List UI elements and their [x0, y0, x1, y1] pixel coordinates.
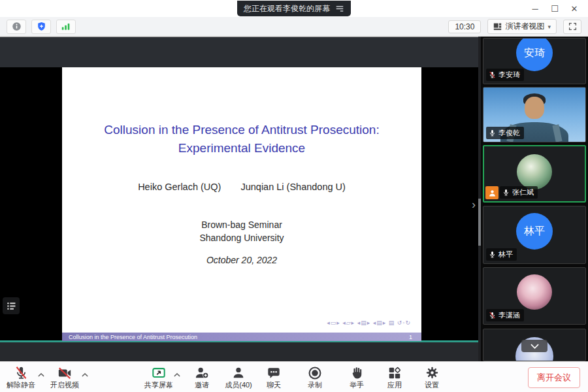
mic-muted-icon [489, 71, 496, 78]
camera-off-icon [46, 365, 83, 380]
viewing-screen-banner[interactable]: 您正在观看李俊乾的屏幕 [237, 1, 351, 16]
fullscreen-icon [568, 22, 577, 31]
meeting-topbar: 10:30 演讲者视图 ▾ [0, 17, 588, 37]
slide-seminar-line2: Shandong University [62, 231, 421, 244]
participants-panel: 安琦 李安琦 [481, 37, 588, 361]
invite-label: 邀请 [184, 380, 220, 390]
mic-on-icon [489, 129, 496, 137]
presentation-slide: Collusion in the Presence of Antitrust P… [62, 67, 421, 341]
record-circle-icon [297, 365, 333, 380]
avatar: 安琦 [516, 38, 553, 71]
collapse-panel-chevron[interactable]: › [472, 199, 476, 210]
meeting-window: 您正在观看李俊乾的屏幕 ─ ☐ ✕ [0, 0, 588, 392]
person-icon [488, 189, 497, 197]
participant-name-tag: 张仁斌 [500, 186, 538, 199]
participant-tile-lianqi[interactable]: 安琦 李安琦 [483, 38, 586, 84]
host-badge [485, 186, 498, 199]
chat-label: 聊天 [255, 380, 292, 390]
share-options-chevron[interactable] [174, 373, 180, 377]
list-icon [6, 301, 17, 312]
video-options-chevron[interactable] [82, 373, 88, 377]
topbar-right-controls: 10:30 演讲者视图 ▾ [448, 19, 581, 34]
raise-hand-label: 举手 [338, 380, 375, 390]
close-icon[interactable]: ✕ [564, 0, 584, 17]
avatar-photo [517, 274, 552, 310]
slide-seminar-block: Brown-bag Seminar Shandong University [62, 218, 421, 244]
members-person-icon [220, 365, 257, 380]
meeting-timer: 10:30 [448, 20, 481, 33]
chat-bubble-icon [255, 365, 292, 380]
slide-footer-title: Collusion in the Presence of Antitrust P… [69, 334, 197, 340]
participant-name-tag: 林平 [486, 248, 517, 261]
members-label: 成员(40) [220, 380, 257, 390]
meeting-toolbar: 解除静音 开启视频 共享屏幕 邀请 [0, 361, 588, 392]
shared-screen-bottom-band [0, 342, 481, 361]
avatar-photo [517, 154, 552, 189]
fullscreen-button[interactable] [563, 20, 581, 34]
raised-hand-icon [338, 365, 375, 380]
window-controls: ─ ☐ ✕ [525, 0, 584, 17]
topbar-left-icons [7, 20, 76, 34]
shield-plus-icon [37, 22, 46, 31]
mute-options-chevron[interactable] [38, 373, 44, 377]
shared-screen-top-band [0, 37, 481, 67]
participant-name: 李安琦 [498, 70, 520, 80]
chevron-down-icon: ▾ [547, 24, 551, 30]
share-screen-button[interactable]: 共享屏幕 [140, 365, 177, 390]
annotation-list-button[interactable] [3, 297, 20, 314]
scroll-more-participants-button[interactable] [521, 340, 547, 352]
slide-title-line1: Collusion in the Presence of Antitrust P… [62, 121, 421, 139]
beamer-navigation-symbols: ◂▭▸ ◂▱▸ ◂▤▸ ◂▤▸ ▤ ↺◦↻ [327, 319, 411, 326]
meeting-info-button[interactable] [7, 20, 26, 34]
slide-author-2: Junqian Li (Shandong U) [240, 182, 345, 192]
apps-button[interactable]: 应用 [376, 365, 413, 390]
slide-page-number: 1 [409, 334, 412, 340]
slide-authors: Heiko Gerlach (UQ) Junqian Li (Shandong … [62, 182, 421, 192]
invite-person-icon [184, 365, 220, 380]
apps-label: 应用 [376, 380, 413, 390]
members-button[interactable]: 成员(40) [220, 365, 257, 390]
participant-tile-more[interactable] [483, 329, 586, 361]
share-screen-icon [140, 365, 177, 380]
slide-footer-bar: Collusion in the Presence of Antitrust P… [62, 333, 421, 341]
network-quality-button[interactable] [56, 20, 76, 34]
participant-tile-lixiaohan[interactable]: 李潇涵 [483, 267, 586, 325]
unmute-label: 解除静音 [3, 380, 39, 390]
participant-name: 李俊乾 [498, 128, 520, 138]
slide-seminar-line1: Brown-bag Seminar [62, 218, 421, 231]
participant-name: 张仁斌 [512, 188, 534, 197]
mic-on-icon [489, 251, 496, 258]
layout-icon [493, 22, 502, 31]
slide-title-line2: Experimental Evidence [62, 139, 421, 157]
invite-button[interactable]: 邀请 [184, 365, 220, 390]
participant-tile-linping[interactable]: 林平 林平 [483, 206, 586, 264]
leave-meeting-button[interactable]: 离开会议 [528, 367, 580, 388]
security-button[interactable] [31, 20, 51, 34]
slide-author-1: Heiko Gerlach (UQ) [138, 182, 221, 192]
view-mode-label: 演讲者视图 [505, 21, 544, 32]
participant-name: 林平 [498, 250, 513, 259]
start-video-label: 开启视频 [46, 380, 83, 390]
raise-hand-button[interactable]: 举手 [338, 365, 375, 390]
slide-date: October 20, 2022 [62, 255, 421, 265]
banner-menu-icon[interactable] [335, 4, 344, 13]
maximize-icon[interactable]: ☐ [545, 0, 564, 17]
gear-icon [414, 365, 450, 380]
avatar: 林平 [516, 213, 553, 250]
start-video-button[interactable]: 开启视频 [46, 365, 83, 390]
participant-tile-lijunqian[interactable]: 李俊乾 [483, 87, 586, 142]
unmute-button[interactable]: 解除静音 [3, 365, 39, 390]
participant-tile-zhangrenbin[interactable]: 张仁斌 [483, 145, 586, 203]
minimize-icon[interactable]: ─ [525, 0, 545, 17]
record-button[interactable]: 录制 [297, 365, 333, 390]
shared-screen-region: Collusion in the Presence of Antitrust P… [0, 37, 481, 361]
info-icon [12, 22, 22, 31]
settings-label: 设置 [414, 380, 450, 390]
participant-name: 李潇涵 [498, 310, 520, 320]
chat-button[interactable]: 聊天 [255, 365, 292, 390]
signal-bars-icon [61, 22, 71, 31]
share-screen-label: 共享屏幕 [140, 380, 177, 390]
chevron-down-icon [531, 344, 539, 349]
settings-button[interactable]: 设置 [414, 365, 450, 390]
view-mode-button[interactable]: 演讲者视图 ▾ [487, 19, 557, 34]
